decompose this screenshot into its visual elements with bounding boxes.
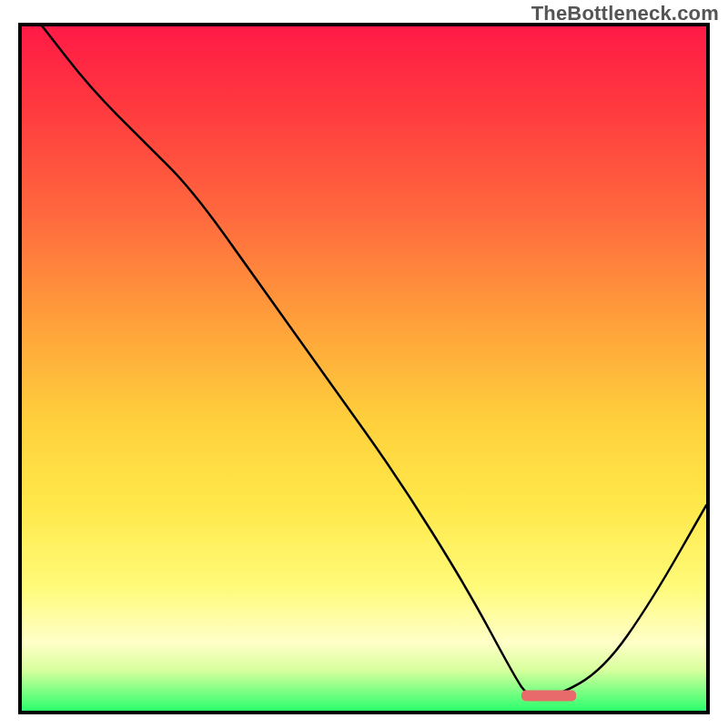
plot-area [18,23,710,714]
chart-container: TheBottleneck.com [0,0,728,728]
plot-svg [22,26,706,711]
bottleneck-curve [43,26,706,697]
highlight-marker [521,691,576,702]
